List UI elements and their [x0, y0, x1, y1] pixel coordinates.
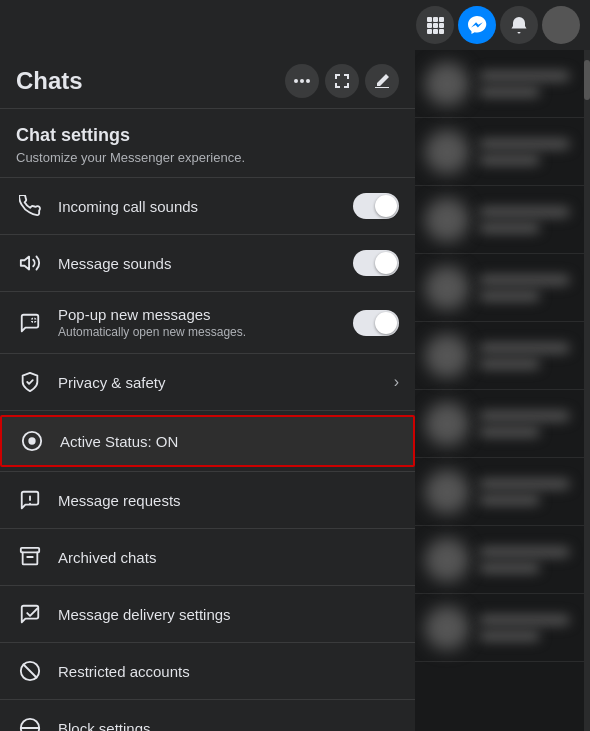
popup-new-messages-label: Pop-up new messages — [58, 306, 339, 323]
blurred-avatar-2 — [425, 130, 469, 174]
blurred-text-4 — [479, 275, 580, 301]
settings-divider-2 — [0, 234, 415, 235]
blurred-line-3b — [479, 223, 540, 233]
user-avatar[interactable] — [542, 6, 580, 44]
settings-content: Chat settings Customize your Messenger e… — [0, 109, 415, 731]
blurred-chat-9 — [415, 594, 590, 662]
shield-icon — [16, 368, 44, 396]
settings-divider-6 — [0, 471, 415, 472]
popup-new-messages-row[interactable]: Pop-up new messages Automatically open n… — [0, 296, 415, 349]
blurred-line-9a — [479, 615, 570, 625]
archive-icon — [16, 543, 44, 571]
active-status-label: Active Status: ON — [60, 433, 397, 450]
speaker-icon — [16, 249, 44, 277]
blurred-chat-1 — [415, 50, 590, 118]
privacy-safety-text: Privacy & safety — [58, 374, 380, 391]
left-panel: Chats Chat settings Customize — [0, 50, 415, 731]
settings-divider-1 — [0, 177, 415, 178]
blurred-line-4b — [479, 291, 540, 301]
blurred-text-3 — [479, 207, 580, 233]
blurred-line-8b — [479, 563, 540, 573]
blurred-text-7 — [479, 479, 580, 505]
archived-chats-text: Archived chats — [58, 549, 399, 566]
blurred-text-6 — [479, 411, 580, 437]
message-requests-icon — [16, 486, 44, 514]
top-bar — [0, 0, 590, 50]
message-requests-row[interactable]: Message requests — [0, 476, 415, 524]
phone-icon — [16, 192, 44, 220]
blurred-line-7a — [479, 479, 570, 489]
blurred-avatar-5 — [425, 334, 469, 378]
blurred-text-9 — [479, 615, 580, 641]
restricted-icon — [16, 657, 44, 685]
settings-divider-3 — [0, 291, 415, 292]
archived-chats-row[interactable]: Archived chats — [0, 533, 415, 581]
settings-divider-9 — [0, 642, 415, 643]
privacy-safety-label: Privacy & safety — [58, 374, 380, 391]
expand-button[interactable] — [325, 64, 359, 98]
svg-rect-8 — [439, 29, 444, 34]
scrollbar[interactable] — [584, 50, 590, 731]
blurred-line-1b — [479, 87, 540, 97]
bell-icon[interactable] — [500, 6, 538, 44]
settings-divider-7 — [0, 528, 415, 529]
privacy-safety-row[interactable]: Privacy & safety › — [0, 358, 415, 406]
svg-rect-0 — [427, 17, 432, 22]
message-sounds-text: Message sounds — [58, 255, 339, 272]
messenger-icon[interactable] — [458, 6, 496, 44]
incoming-call-sounds-row[interactable]: Incoming call sounds — [0, 182, 415, 230]
incoming-call-sounds-toggle[interactable] — [353, 193, 399, 219]
message-sounds-toggle[interactable] — [353, 250, 399, 276]
grid-icon[interactable] — [416, 6, 454, 44]
svg-point-10 — [300, 79, 304, 83]
blurred-avatar-6 — [425, 402, 469, 446]
settings-divider-10 — [0, 699, 415, 700]
blurred-avatar-9 — [425, 606, 469, 650]
chats-header: Chats — [0, 50, 415, 108]
message-delivery-row[interactable]: Message delivery settings — [0, 590, 415, 638]
settings-divider-4 — [0, 353, 415, 354]
right-panel — [415, 50, 590, 731]
blurred-text-8 — [479, 547, 580, 573]
block-settings-row[interactable]: Block settings — [0, 704, 415, 731]
settings-divider-8 — [0, 585, 415, 586]
svg-rect-4 — [433, 23, 438, 28]
svg-rect-2 — [439, 17, 444, 22]
svg-rect-3 — [427, 23, 432, 28]
svg-rect-1 — [433, 17, 438, 22]
svg-point-20 — [21, 719, 39, 731]
blurred-text-1 — [479, 71, 580, 97]
message-requests-label: Message requests — [58, 492, 399, 509]
blurred-text-2 — [479, 139, 580, 165]
blurred-line-5b — [479, 359, 540, 369]
settings-title-section: Chat settings Customize your Messenger e… — [0, 109, 415, 173]
svg-rect-16 — [21, 548, 39, 553]
blurred-chat-7 — [415, 458, 590, 526]
blurred-avatar-3 — [425, 198, 469, 242]
svg-point-9 — [294, 79, 298, 83]
blurred-avatar-1 — [425, 62, 469, 106]
blurred-chat-5 — [415, 322, 590, 390]
restricted-accounts-row[interactable]: Restricted accounts — [0, 647, 415, 695]
active-status-row[interactable]: Active Status: ON — [0, 415, 415, 467]
message-requests-text: Message requests — [58, 492, 399, 509]
blurred-avatar-4 — [425, 266, 469, 310]
compose-button[interactable] — [365, 64, 399, 98]
blurred-avatar-8 — [425, 538, 469, 582]
popup-new-messages-sublabel: Automatically open new messages. — [58, 325, 339, 339]
message-sounds-label: Message sounds — [58, 255, 339, 272]
blurred-line-6a — [479, 411, 570, 421]
popup-new-messages-toggle[interactable] — [353, 310, 399, 336]
blurred-line-5a — [479, 343, 570, 353]
svg-line-19 — [24, 665, 37, 678]
message-delivery-text: Message delivery settings — [58, 606, 399, 623]
block-icon — [16, 714, 44, 731]
blurred-chat-4 — [415, 254, 590, 322]
more-options-button[interactable] — [285, 64, 319, 98]
blurred-avatar-7 — [425, 470, 469, 514]
svg-rect-6 — [427, 29, 432, 34]
settings-divider-5 — [0, 410, 415, 411]
message-sounds-row[interactable]: Message sounds — [0, 239, 415, 287]
svg-rect-5 — [439, 23, 444, 28]
svg-marker-12 — [21, 257, 29, 270]
